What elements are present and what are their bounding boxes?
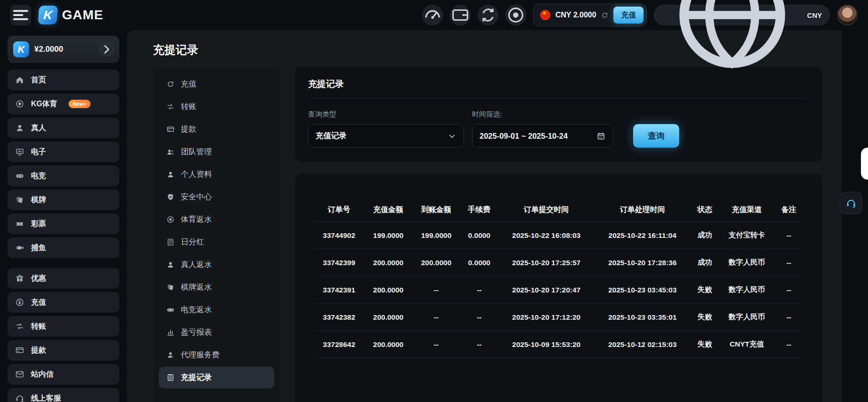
sidebar-item-fishing[interactable]: 捕鱼 <box>8 237 119 258</box>
logo-text: GAME <box>62 8 103 23</box>
sidebar-item-label: 电子 <box>31 147 46 157</box>
sidebar-item-label: 彩票 <box>31 219 46 229</box>
team-icon <box>166 148 175 156</box>
logo-k-badge: K <box>38 6 58 24</box>
sports-icon <box>166 215 175 224</box>
submenu-item-sports-rebate[interactable]: 体育返水 <box>159 209 274 230</box>
table-cell: -- <box>775 249 803 276</box>
table-cell: 2025-10-20 17:25:57 <box>498 249 595 276</box>
sidebar-item-esports[interactable]: 电竞 <box>8 166 119 186</box>
submenu-item-pl-report[interactable]: 盈亏报表 <box>159 322 274 343</box>
table-cell: 失败 <box>690 276 719 304</box>
brand-logo[interactable]: K GAME <box>39 6 103 24</box>
header-deposit-button[interactable]: 充值 <box>613 7 643 24</box>
sidebar-item-label: 充值 <box>31 298 46 307</box>
submenu-item-label: 提款 <box>181 124 196 134</box>
submenu-item-live-rebate[interactable]: 真人返水 <box>159 254 274 276</box>
table-cell: -- <box>775 331 803 358</box>
sidebar-item-live-casino[interactable]: 真人 <box>8 118 119 138</box>
submenu-item-label: 真人返水 <box>181 260 212 270</box>
panels: 充提记录 查询类型 充值记录 时间筛选: 2025-09-01 ~ 2025-1… <box>295 67 822 402</box>
submenu-item-esports-rebate[interactable]: 电竞返水 <box>159 299 274 321</box>
sidebar-item-kg-sports[interactable]: KG体育New+ <box>8 94 119 114</box>
language-selector[interactable]: CNY <box>654 5 830 25</box>
swap-button[interactable] <box>478 5 498 25</box>
top-bar: K GAME CNY 2.0000 充值 CNY <box>0 0 868 30</box>
submenu-item-label: 充提记录 <box>181 372 212 383</box>
user-avatar[interactable] <box>837 5 858 25</box>
drawer-handle[interactable] <box>861 148 868 180</box>
records-icon <box>166 373 175 382</box>
table-row: 33742391200.0000----2025-10-20 17:20:472… <box>314 276 803 304</box>
date-range-input[interactable]: 2025-09-01 ~ 2025-10-24 <box>472 124 613 148</box>
table-cell: CNYT充值 <box>719 331 775 358</box>
table-cell: 2025-10-12 02:15:03 <box>594 331 690 358</box>
gauge-button[interactable] <box>422 5 443 25</box>
submenu-item-deposit[interactable]: 充值 <box>159 73 274 95</box>
sidebar-item-label: 首页 <box>31 75 46 85</box>
submenu-item-team-manage[interactable]: 团队管理 <box>159 141 274 163</box>
menu-button[interactable] <box>10 5 31 25</box>
submenu-item-label: 充值 <box>181 79 196 89</box>
sidebar-item-online-support[interactable]: 线上客服 <box>8 388 119 402</box>
sidebar-item-label: 提款 <box>31 346 46 355</box>
live-icon <box>166 260 175 269</box>
submenu-item-deposit-withdraw-records[interactable]: 充提记录 <box>159 367 274 388</box>
column-header: 充值渠道 <box>719 198 775 222</box>
submenu-item-withdraw[interactable]: 提款 <box>159 118 274 140</box>
table-cell: 成功 <box>690 222 719 249</box>
sidebar-item-messages[interactable]: 站内信 <box>8 364 119 385</box>
submenu-item-transfer[interactable]: 转账 <box>159 96 274 118</box>
table-cell: -- <box>460 331 498 358</box>
floating-support-button[interactable] <box>840 192 862 214</box>
sidebar-item-label: 优惠 <box>31 274 46 284</box>
table-cell: -- <box>775 222 803 249</box>
table-cell: 2025-10-23 03:45:03 <box>594 276 690 304</box>
submenu-item-security-center[interactable]: 安全中心 <box>159 186 274 208</box>
table-cell: 0.0000 <box>460 249 498 276</box>
wallet-logo-badge: K <box>13 41 29 57</box>
esports-icon <box>15 171 24 181</box>
table-cell: 失败 <box>690 331 719 358</box>
slots-icon <box>15 147 24 157</box>
search-button[interactable]: 查询 <box>633 124 679 148</box>
sidebar-item-label: 电竞 <box>31 171 46 181</box>
sidebar-item-deposit[interactable]: 充值 <box>8 292 119 313</box>
sidebar-item-chess-cards[interactable]: 棋牌 <box>8 189 119 210</box>
table-cell: 成功 <box>690 249 719 276</box>
sidebar-item-withdraw[interactable]: 提款 <box>8 340 119 361</box>
column-header: 充值金额 <box>364 198 412 222</box>
sidebar-item-transfer[interactable]: 转账 <box>8 316 119 337</box>
submenu-item-profile[interactable]: 个人资料 <box>159 164 274 185</box>
wallet-button[interactable] <box>450 5 471 25</box>
currency-selector[interactable]: CNY 2.0000 充值 <box>533 4 647 26</box>
column-header: 订单处理时间 <box>594 198 690 222</box>
query-type-select[interactable]: 充值记录 <box>308 124 464 148</box>
sidebar-item-slots[interactable]: 电子 <box>8 142 119 162</box>
table-cell: 2025-10-23 03:35:01 <box>594 304 690 331</box>
language-label: CNY <box>807 11 822 19</box>
table-cell: -- <box>775 276 803 304</box>
report-icon <box>166 328 175 337</box>
disc-button[interactable] <box>505 5 526 25</box>
table-header-row: 订单号充值金额到账金额手续费订单提交时间订单处理时间状态充值渠道备注 <box>314 198 803 222</box>
support-icon <box>15 394 24 402</box>
table-cell: -- <box>412 331 460 358</box>
table-cell: 2025-10-09 15:53:20 <box>498 331 595 358</box>
chess-icon <box>166 283 175 292</box>
table-cell: 200.0000 <box>364 331 412 358</box>
wallet-expand-button[interactable] <box>100 42 114 56</box>
table-cell: 199.0000 <box>412 222 460 249</box>
table-cell: 33742391 <box>314 276 364 304</box>
sidebar-item-lottery[interactable]: 彩票 <box>8 213 119 234</box>
table-cell: -- <box>775 304 803 331</box>
submenu-item-daily-dividend[interactable]: 日分红 <box>159 231 274 253</box>
submenu-item-agent-fee[interactable]: 代理服务费 <box>159 344 274 366</box>
sidebar-item-promotions[interactable]: 优惠 <box>8 268 119 289</box>
hamburger-icon <box>11 5 31 25</box>
refresh-icon[interactable] <box>601 11 609 19</box>
submenu-item-label: 安全中心 <box>181 192 212 202</box>
globe-icon <box>662 0 803 86</box>
submenu-item-chess-rebate[interactable]: 棋牌返水 <box>159 276 274 298</box>
sidebar-item-home[interactable]: 首页 <box>8 70 119 90</box>
